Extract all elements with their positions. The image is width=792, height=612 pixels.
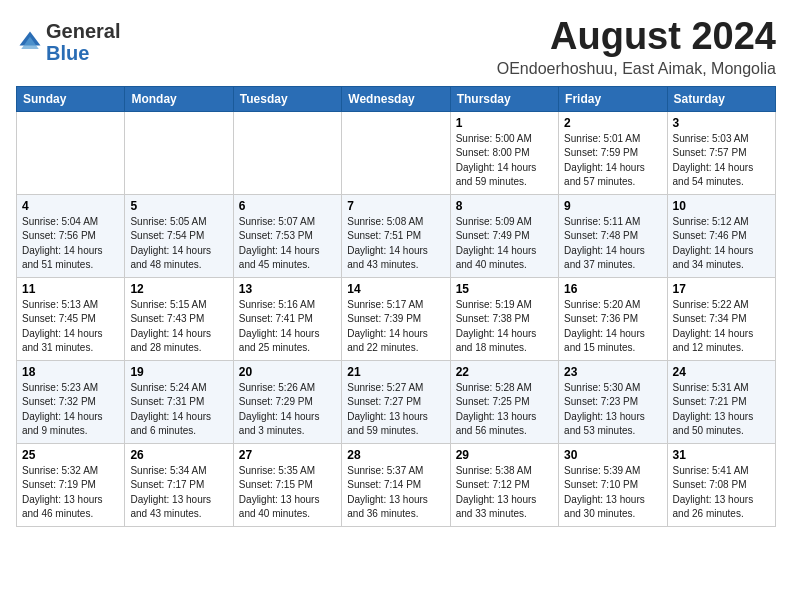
calendar-cell: 22Sunrise: 5:28 AMSunset: 7:25 PMDayligh… [450,360,558,443]
calendar-cell: 15Sunrise: 5:19 AMSunset: 7:38 PMDayligh… [450,277,558,360]
calendar-cell: 17Sunrise: 5:22 AMSunset: 7:34 PMDayligh… [667,277,775,360]
logo-general-text: General [46,20,120,42]
day-info: Sunrise: 5:08 AMSunset: 7:51 PMDaylight:… [347,215,444,273]
day-number: 25 [22,448,119,462]
day-number: 31 [673,448,770,462]
calendar-cell: 28Sunrise: 5:37 AMSunset: 7:14 PMDayligh… [342,443,450,526]
day-number: 19 [130,365,227,379]
day-info: Sunrise: 5:31 AMSunset: 7:21 PMDaylight:… [673,381,770,439]
day-info: Sunrise: 5:24 AMSunset: 7:31 PMDaylight:… [130,381,227,439]
calendar-table: SundayMondayTuesdayWednesdayThursdayFrid… [16,86,776,527]
day-number: 5 [130,199,227,213]
day-number: 18 [22,365,119,379]
calendar-cell: 26Sunrise: 5:34 AMSunset: 7:17 PMDayligh… [125,443,233,526]
calendar-cell: 13Sunrise: 5:16 AMSunset: 7:41 PMDayligh… [233,277,341,360]
calendar-cell: 23Sunrise: 5:30 AMSunset: 7:23 PMDayligh… [559,360,667,443]
day-number: 11 [22,282,119,296]
day-info: Sunrise: 5:23 AMSunset: 7:32 PMDaylight:… [22,381,119,439]
page-header: General Blue August 2024 OEndoerhoshuu, … [16,16,776,78]
day-info: Sunrise: 5:15 AMSunset: 7:43 PMDaylight:… [130,298,227,356]
calendar-week-row: 25Sunrise: 5:32 AMSunset: 7:19 PMDayligh… [17,443,776,526]
day-number: 3 [673,116,770,130]
day-info: Sunrise: 5:13 AMSunset: 7:45 PMDaylight:… [22,298,119,356]
calendar-week-row: 4Sunrise: 5:04 AMSunset: 7:56 PMDaylight… [17,194,776,277]
weekday-header-sunday: Sunday [17,86,125,111]
day-info: Sunrise: 5:20 AMSunset: 7:36 PMDaylight:… [564,298,661,356]
day-number: 13 [239,282,336,296]
month-year-title: August 2024 [497,16,776,58]
day-number: 12 [130,282,227,296]
day-info: Sunrise: 5:03 AMSunset: 7:57 PMDaylight:… [673,132,770,190]
calendar-cell [342,111,450,194]
location-subtitle: OEndoerhoshuu, East Aimak, Mongolia [497,60,776,78]
calendar-cell: 2Sunrise: 5:01 AMSunset: 7:59 PMDaylight… [559,111,667,194]
day-info: Sunrise: 5:04 AMSunset: 7:56 PMDaylight:… [22,215,119,273]
day-info: Sunrise: 5:22 AMSunset: 7:34 PMDaylight:… [673,298,770,356]
day-info: Sunrise: 5:38 AMSunset: 7:12 PMDaylight:… [456,464,553,522]
day-info: Sunrise: 5:34 AMSunset: 7:17 PMDaylight:… [130,464,227,522]
day-info: Sunrise: 5:00 AMSunset: 8:00 PMDaylight:… [456,132,553,190]
day-info: Sunrise: 5:09 AMSunset: 7:49 PMDaylight:… [456,215,553,273]
calendar-cell: 14Sunrise: 5:17 AMSunset: 7:39 PMDayligh… [342,277,450,360]
calendar-cell: 4Sunrise: 5:04 AMSunset: 7:56 PMDaylight… [17,194,125,277]
calendar-cell: 29Sunrise: 5:38 AMSunset: 7:12 PMDayligh… [450,443,558,526]
day-number: 8 [456,199,553,213]
weekday-header-row: SundayMondayTuesdayWednesdayThursdayFrid… [17,86,776,111]
calendar-cell [233,111,341,194]
calendar-cell: 9Sunrise: 5:11 AMSunset: 7:48 PMDaylight… [559,194,667,277]
day-number: 15 [456,282,553,296]
day-info: Sunrise: 5:39 AMSunset: 7:10 PMDaylight:… [564,464,661,522]
day-info: Sunrise: 5:26 AMSunset: 7:29 PMDaylight:… [239,381,336,439]
day-info: Sunrise: 5:41 AMSunset: 7:08 PMDaylight:… [673,464,770,522]
calendar-cell: 27Sunrise: 5:35 AMSunset: 7:15 PMDayligh… [233,443,341,526]
calendar-cell: 11Sunrise: 5:13 AMSunset: 7:45 PMDayligh… [17,277,125,360]
calendar-cell: 10Sunrise: 5:12 AMSunset: 7:46 PMDayligh… [667,194,775,277]
day-info: Sunrise: 5:32 AMSunset: 7:19 PMDaylight:… [22,464,119,522]
calendar-cell: 18Sunrise: 5:23 AMSunset: 7:32 PMDayligh… [17,360,125,443]
calendar-cell: 12Sunrise: 5:15 AMSunset: 7:43 PMDayligh… [125,277,233,360]
calendar-cell: 19Sunrise: 5:24 AMSunset: 7:31 PMDayligh… [125,360,233,443]
calendar-week-row: 11Sunrise: 5:13 AMSunset: 7:45 PMDayligh… [17,277,776,360]
calendar-cell: 21Sunrise: 5:27 AMSunset: 7:27 PMDayligh… [342,360,450,443]
logo: General Blue [16,20,120,64]
day-number: 14 [347,282,444,296]
day-number: 4 [22,199,119,213]
weekday-header-saturday: Saturday [667,86,775,111]
day-number: 24 [673,365,770,379]
day-info: Sunrise: 5:35 AMSunset: 7:15 PMDaylight:… [239,464,336,522]
weekday-header-thursday: Thursday [450,86,558,111]
day-number: 21 [347,365,444,379]
day-number: 30 [564,448,661,462]
calendar-cell: 6Sunrise: 5:07 AMSunset: 7:53 PMDaylight… [233,194,341,277]
day-number: 22 [456,365,553,379]
day-number: 20 [239,365,336,379]
day-info: Sunrise: 5:01 AMSunset: 7:59 PMDaylight:… [564,132,661,190]
calendar-week-row: 18Sunrise: 5:23 AMSunset: 7:32 PMDayligh… [17,360,776,443]
day-number: 26 [130,448,227,462]
calendar-cell: 25Sunrise: 5:32 AMSunset: 7:19 PMDayligh… [17,443,125,526]
title-block: August 2024 OEndoerhoshuu, East Aimak, M… [497,16,776,78]
day-number: 28 [347,448,444,462]
day-number: 29 [456,448,553,462]
day-number: 7 [347,199,444,213]
day-info: Sunrise: 5:28 AMSunset: 7:25 PMDaylight:… [456,381,553,439]
day-number: 1 [456,116,553,130]
day-info: Sunrise: 5:37 AMSunset: 7:14 PMDaylight:… [347,464,444,522]
day-info: Sunrise: 5:12 AMSunset: 7:46 PMDaylight:… [673,215,770,273]
logo-icon [16,28,44,56]
day-number: 23 [564,365,661,379]
day-info: Sunrise: 5:07 AMSunset: 7:53 PMDaylight:… [239,215,336,273]
day-info: Sunrise: 5:17 AMSunset: 7:39 PMDaylight:… [347,298,444,356]
calendar-cell: 3Sunrise: 5:03 AMSunset: 7:57 PMDaylight… [667,111,775,194]
calendar-cell: 30Sunrise: 5:39 AMSunset: 7:10 PMDayligh… [559,443,667,526]
calendar-cell: 8Sunrise: 5:09 AMSunset: 7:49 PMDaylight… [450,194,558,277]
day-number: 6 [239,199,336,213]
calendar-week-row: 1Sunrise: 5:00 AMSunset: 8:00 PMDaylight… [17,111,776,194]
weekday-header-monday: Monday [125,86,233,111]
calendar-cell: 16Sunrise: 5:20 AMSunset: 7:36 PMDayligh… [559,277,667,360]
calendar-cell: 1Sunrise: 5:00 AMSunset: 8:00 PMDaylight… [450,111,558,194]
day-number: 17 [673,282,770,296]
calendar-cell [125,111,233,194]
weekday-header-friday: Friday [559,86,667,111]
day-info: Sunrise: 5:30 AMSunset: 7:23 PMDaylight:… [564,381,661,439]
